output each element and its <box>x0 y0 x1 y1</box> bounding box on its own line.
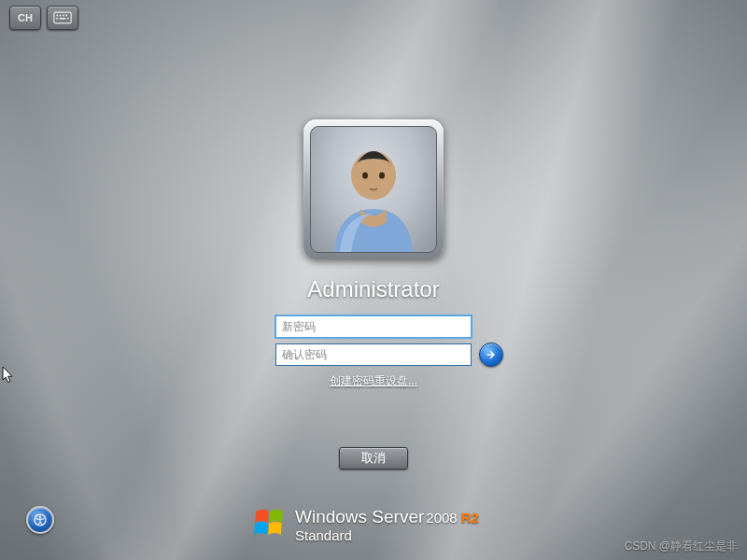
submit-button[interactable] <box>479 343 503 367</box>
svg-rect-1 <box>56 15 58 17</box>
svg-rect-3 <box>63 15 64 17</box>
brand-year: 2008 <box>426 510 457 525</box>
watermark-text: CSDN @静看红尘是非 <box>624 539 738 554</box>
ime-language-button[interactable]: CH <box>9 6 41 30</box>
svg-point-12 <box>39 515 41 517</box>
ease-of-access-icon <box>33 512 48 527</box>
svg-rect-4 <box>65 15 67 17</box>
svg-rect-7 <box>67 18 69 20</box>
ease-of-access-button[interactable] <box>26 506 54 534</box>
brand-product: Windows Server <box>295 507 424 526</box>
ime-keyboard-button[interactable] <box>47 6 78 30</box>
keyboard-icon <box>53 11 72 24</box>
create-password-reset-disk-link[interactable]: 创建密码重设盘... <box>330 373 417 389</box>
generic-user-icon <box>323 140 424 252</box>
arrow-right-icon <box>485 348 498 361</box>
login-panel: Administrator 创建密码重设盘... 取消 <box>275 119 472 469</box>
svg-point-9 <box>362 173 368 179</box>
cancel-button[interactable]: 取消 <box>339 447 408 469</box>
new-password-row <box>275 315 472 338</box>
windows-flag-icon <box>254 508 286 538</box>
confirm-password-row <box>275 343 472 366</box>
new-password-input[interactable] <box>275 315 472 338</box>
brand-line-1: Windows Server2008R2 <box>295 508 479 527</box>
ime-toolbar: CH <box>9 6 78 30</box>
avatar-frame <box>303 119 444 259</box>
avatar <box>310 126 437 253</box>
svg-rect-2 <box>60 15 62 17</box>
svg-point-10 <box>379 173 385 179</box>
confirm-password-input[interactable] <box>275 343 472 366</box>
svg-rect-5 <box>56 18 58 20</box>
username-label: Administrator <box>307 276 439 302</box>
mouse-cursor-icon <box>2 366 15 385</box>
brand-suffix: R2 <box>461 510 479 525</box>
svg-rect-6 <box>60 18 66 20</box>
product-branding: Windows Server2008R2 Standard <box>254 508 479 543</box>
brand-edition: Standard <box>295 528 479 544</box>
brand-text: Windows Server2008R2 Standard <box>295 508 479 543</box>
